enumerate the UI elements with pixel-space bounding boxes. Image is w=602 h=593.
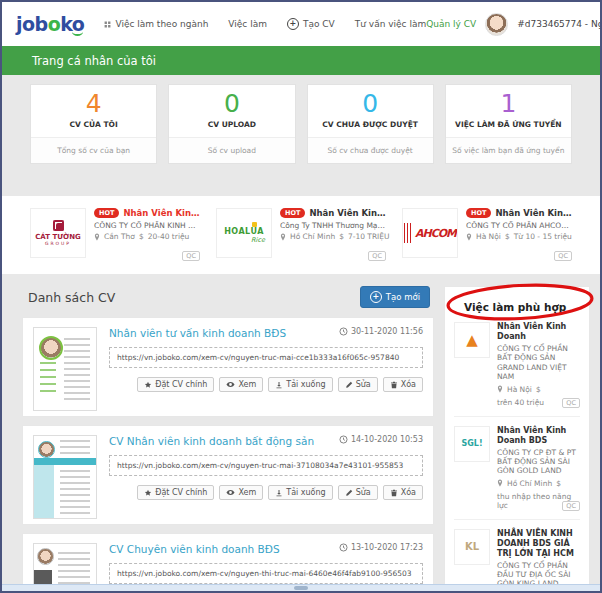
view-cv-button[interactable]: Xem [219,485,263,500]
stat-label: CV CỦA TÔI [31,119,156,137]
page-title-banner: Trang cá nhân của tôi [2,46,600,75]
location-pin-icon [466,233,472,241]
hot-job-title[interactable]: Nhân Viên Kinh Doan... [309,208,386,218]
page-title: Trang cá nhân của tôi [32,54,156,68]
matched-job-location: Hà Nội [507,385,532,394]
matched-jobs-panel: Việc làm phù hợp ▲ Nhân Viên Kinh Doanh … [444,286,590,593]
hot-job-meta: Hà Nội $ Từ 10 - 15 triệu [466,232,572,241]
qc-badge: QC [368,251,386,261]
matched-job-location: Hồ Chí Minh [507,479,552,488]
cat-tuong-logo-mark [53,220,64,231]
horizontal-scrollbar[interactable] [2,584,600,591]
hot-job-card-hoalua[interactable]: HOALUA Rice HOT Nhân Viên Kinh Doan... C… [216,208,386,262]
hot-job-company: CÔNG TY CỔ PHẦN AHCOM VIỆT NAM [466,221,572,230]
cv-row: Nhân viên tư vấn kinh doanh BĐS 30-11-20… [22,317,434,417]
hot-job-location: Hồ Chí Minh [290,232,335,241]
cv-list-section: Danh sách CV + Tạo mới Nhân [22,286,434,593]
download-cv-button[interactable]: Tải xuống [268,377,332,392]
set-main-cv-button[interactable]: Đặt CV chính [137,377,214,392]
edit-cv-button[interactable]: Sửa [338,485,378,500]
stat-value: 1 [446,85,571,119]
stat-label: CV UPLOAD [169,119,294,137]
hot-jobs-carousel: CÁT TƯỜNG GROUP HOT Nhân Viên Kinh Doanh… [2,196,600,274]
delete-cv-button[interactable]: Xóa [383,377,423,392]
download-icon [275,489,283,497]
stat-card-cv-pending: 0 CV CHƯA ĐƯỢC DUYỆT Số cv chưa được duy… [307,84,434,164]
edit-cv-button[interactable]: Sửa [338,377,378,392]
salary-icon: $ [536,385,541,394]
eye-icon [226,380,235,389]
hoalua-logo: HOALUA Rice [216,208,272,258]
saigon-gold-land-logo: SGL! [454,426,490,462]
header-right: Quản lý CV #d733465774 - Nguyễn Trúc Mai… [426,13,602,36]
matched-job-item[interactable]: KL NHÂN VIÊN KINH DOANH BDS GIÁ TRỊ LỚN … [454,520,580,593]
nav-create-cv[interactable]: + Tạo CV [287,18,335,30]
cv-url-field[interactable] [109,563,423,584]
cat-tuong-logo: CÁT TƯỜNG GROUP [30,208,86,258]
clock-icon [339,327,348,336]
matched-job-title: Nhân Viên Kinh Doanh BDS [497,426,580,446]
hot-job-location: Hà Nội [476,232,501,241]
user-avatar[interactable] [485,13,508,36]
delete-cv-button[interactable]: Xóa [383,485,423,500]
hot-job-title[interactable]: Nhân Viên Kinh Doanh [123,208,200,218]
nav-jobs[interactable]: Việc làm [228,19,267,29]
stat-footer: Tổng số cv của bạn [31,137,156,163]
grand-land-logo: ▲ [454,322,490,358]
manage-cv-link[interactable]: Quản lý CV [426,19,476,29]
hot-badge: HOT [466,208,491,218]
stat-value: 0 [169,85,294,119]
king-land-logo: KL [454,529,490,565]
hot-job-salary: Từ 10 - 15 triệu [514,232,572,241]
matched-job-title: Nhân Viên Kinh Doanh [497,322,580,342]
cv-title-link[interactable]: Nhân viên tư vấn kinh doanh BĐS [109,327,292,339]
download-cv-button[interactable]: Tải xuống [268,485,332,500]
matched-job-title: NHÂN VIÊN KINH DOANH BDS GIÁ TRỊ LỚN TẠI… [497,529,580,559]
hot-job-salary: 20-40 triệu [148,232,190,241]
cv-title-link[interactable]: CV Nhân viên kinh doanh bất động sản [109,435,320,447]
set-main-cv-button[interactable]: Đặt CV chính [137,485,214,500]
nav-career-advice[interactable]: Tư vấn việc làm [355,19,426,29]
download-icon [275,381,283,389]
cv-url-field[interactable] [109,347,423,368]
stat-footer: Số cv upload [169,137,294,163]
joboko-logo[interactable]: joboko [16,13,84,35]
matched-job-item[interactable]: SGL! Nhân Viên Kinh Doanh BDS CÔNG TY CP… [454,417,580,520]
stat-card-my-cv: 4 CV CỦA TÔI Tổng số cv của bạn [30,84,157,164]
hot-job-card-ahcom[interactable]: AHCOM HOT Nhân Viên Kinh Doan... CÔNG TY… [402,208,572,262]
location-pin-icon [497,385,503,393]
hot-job-card-cat-tuong[interactable]: CÁT TƯỜNG GROUP HOT Nhân Viên Kinh Doanh… [30,208,200,262]
stats-row: 4 CV CỦA TÔI Tổng số cv của bạn 0 CV UPL… [2,75,600,164]
clock-icon [339,435,348,444]
location-pin-icon [94,233,100,241]
stat-label: CV CHƯA ĐƯỢC DUYỆT [308,119,433,137]
cv-thumbnail[interactable] [33,435,97,519]
cv-date: 14-10-2020 10:53 [339,435,423,444]
cv-thumbnail[interactable] [33,327,97,411]
view-cv-button[interactable]: Xem [219,377,263,392]
matched-jobs-title: Việc làm phù hợp [464,301,580,313]
stat-footer: Số việc làm bạn đã ứng tuyển [446,137,571,163]
hot-job-title[interactable]: Nhân Viên Kinh Doan... [495,208,572,218]
cv-title-link[interactable]: CV Chuyên viên kinh doanh BĐS [109,543,286,555]
create-cv-button[interactable]: + Tạo mới [360,286,430,308]
star-icon [144,381,152,389]
top-navigation-bar: joboko Việc làm theo ngành Việc làm + Tạ… [2,2,600,46]
joboko-profile-page: joboko Việc làm theo ngành Việc làm + Tạ… [0,0,602,593]
hot-job-location: Cần Thơ [104,232,135,241]
location-pin-icon [497,479,503,487]
hot-job-meta: Cần Thơ $ 20-40 triệu [94,232,200,241]
location-pin-icon [280,233,286,241]
matched-job-item[interactable]: ▲ Nhân Viên Kinh Doanh CÔNG TY CỔ PHẦN B… [454,313,580,417]
page-body: 4 CV CỦA TÔI Tổng số cv của bạn 0 CV UPL… [2,75,600,593]
nav-jobs-by-industry[interactable]: Việc làm theo ngành [104,19,208,29]
pencil-icon [345,489,353,497]
stat-card-jobs-applied: 1 VIỆC LÀM ĐÃ ỨNG TUYỂN Số việc làm bạn … [445,84,572,164]
qc-badge: QC [562,398,580,408]
scrollbar-thumb[interactable] [294,586,308,590]
trash-icon [390,381,398,389]
main-content: Danh sách CV + Tạo mới Nhân [2,274,600,593]
user-menu[interactable]: #d733465774 - Nguyễn Trúc Mai ▾ [517,19,602,29]
cv-url-field[interactable] [109,455,423,476]
hot-badge: HOT [280,208,305,218]
